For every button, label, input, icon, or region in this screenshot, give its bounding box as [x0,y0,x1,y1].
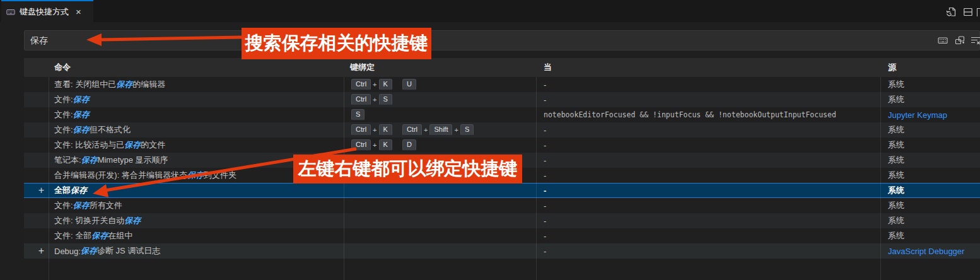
source-cell: 系统 [888,183,904,198]
add-keybinding-icon[interactable]: + [38,185,44,195]
table-header: 命令 键绑定 当 源 [24,58,980,77]
when-cell: - [544,183,546,198]
command-text: Mimetype 显示顺序 [98,155,168,166]
command-text: 的文件 [141,139,165,151]
add-keybinding-icon[interactable]: + [38,246,44,256]
source-label: 系统 [888,79,904,90]
key-cap: S [460,124,474,136]
command-text: 文件: 全部 [54,230,91,242]
when-cell: - [544,153,546,168]
source-cell: JavaScript Debugger [888,243,964,259]
split-editor-icon[interactable] [963,7,973,17]
row-gutter [24,213,49,228]
command-text: 文件: [54,109,73,120]
when-cell: - [544,92,546,107]
command-text: 所有文件 [90,200,122,211]
when-condition: - [544,95,546,105]
key-cap: K [379,124,392,136]
when-cell: - [544,137,546,153]
keybinding-row[interactable]: + Debug: 保存诊断 JS 调试日志 - JavaScript Debug… [24,243,980,259]
when-condition: - [544,216,546,226]
when-cell: - [544,168,546,183]
when-cell: - [544,228,546,243]
command-text: 文件: [54,200,73,211]
keybinding-row[interactable]: 查看: 关闭组中已保存的编辑器 Ctrl+KU - 系统 [24,77,980,92]
column-divider [49,77,49,280]
annotation-search-tip: 搜索保存相关的快捷键 [242,28,431,59]
command-text: 文件: [54,124,73,136]
match-highlight: 保存 [81,155,98,166]
command-text: 文件: 比较活动与已 [54,139,124,151]
when-condition: - [544,186,546,195]
key-cap: Ctrl [351,139,371,151]
command-cell: 文件: 保存 [54,107,90,122]
when-condition: - [544,171,546,180]
match-highlight: 保存 [71,185,87,196]
key-cap: Ctrl [351,79,371,90]
key-separator: + [373,126,376,134]
match-highlight: 保存 [187,170,204,181]
command-text: 合并编辑器(开发): 将合并编辑器状态 [54,170,187,181]
command-text: 到文件夹 [204,170,236,181]
keybinding-row[interactable]: 文件: 切换开关自动保存 - 系统 [24,213,980,228]
command-cell: 文件: 全部保存在组中 [54,228,132,243]
key-cap: K [379,79,392,90]
keybinding-row[interactable]: 文件: 保存 Ctrl+S - 系统 [24,92,980,107]
keybindings-search-input[interactable]: 保存 [24,30,980,50]
keybinding-row[interactable]: + 全部保存 - 系统 [24,183,980,198]
when-condition: - [544,201,546,211]
keybinding-cell: Ctrl+KD [350,137,417,153]
command-cell: 文件: 保存所有文件 [54,198,122,213]
command-cell: 文件: 比较活动与已保存的文件 [54,137,165,153]
source-cell: 系统 [888,228,904,243]
source-extension-link[interactable]: Jupyter Keymap [888,110,947,120]
when-condition: - [544,247,546,256]
clear-filter-icon[interactable] [971,35,980,45]
key-separator: + [373,141,376,149]
when-condition: - [544,125,546,135]
when-cell: - [544,198,546,213]
when-cell: - [544,243,546,259]
record-keys-icon[interactable] [938,35,948,45]
source-cell: 系统 [888,122,904,137]
key-cap: Ctrl [351,94,371,105]
source-cell: 系统 [888,168,904,183]
match-highlight: 保存 [124,139,141,151]
column-header-when: 当 [544,58,552,77]
close-icon[interactable]: × [76,7,81,16]
command-text: 全部 [54,185,71,196]
tab-title: 键盘快捷方式 [20,6,69,18]
keybinding-row[interactable]: 文件: 保存但不格式化 Ctrl+KCtrl+Shift+S - 系统 [24,122,980,137]
keybinding-cell: Ctrl+KCtrl+Shift+S [350,122,475,137]
command-cell: 全部保存 [54,183,87,198]
tab-keyboard-shortcuts[interactable]: 键盘快捷方式 × [1,0,93,22]
column-header-source: 源 [888,58,896,77]
source-extension-link[interactable]: JavaScript Debugger [888,247,964,256]
when-condition: - [544,231,546,241]
key-separator: + [424,126,428,134]
keybinding-row[interactable]: 文件: 保存所有文件 - 系统 [24,198,980,213]
row-gutter: + [24,243,49,259]
column-divider [536,77,537,280]
row-gutter: + [24,183,49,198]
open-preview-icon[interactable] [946,7,956,17]
more-actions-icon[interactable] [977,8,980,16]
match-highlight: 保存 [124,215,141,226]
key-cap: U [402,79,416,90]
source-label: 系统 [888,185,904,196]
command-text: 笔记本: [54,155,81,166]
keybinding-row[interactable]: 文件: 全部保存在组中 - 系统 [24,228,980,243]
row-gutter [24,228,49,243]
match-highlight: 保存 [73,94,90,105]
keybinding-row[interactable]: 文件: 比较活动与已保存的文件 Ctrl+KD - 系统 [24,137,980,153]
sort-by-precedence-icon[interactable] [955,35,965,45]
source-label: 系统 [888,215,904,226]
command-cell: 文件: 保存 [54,92,90,107]
source-cell: 系统 [888,92,904,107]
source-cell: 系统 [888,198,904,213]
when-cell: - [544,122,546,137]
row-gutter [24,168,49,183]
key-separator: + [454,126,458,134]
command-cell: Debug: 保存诊断 JS 调试日志 [54,243,160,259]
keybinding-row[interactable]: 文件: 保存 S notebookEditorFocused && !input… [24,107,980,122]
